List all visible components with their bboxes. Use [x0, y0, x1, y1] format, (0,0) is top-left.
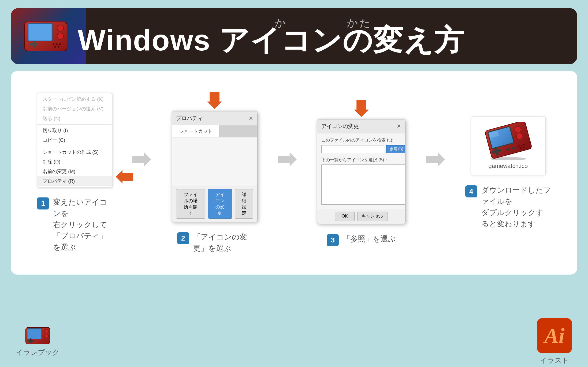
- svg-marker-17: [354, 100, 369, 117]
- context-menu: スタートにピン留めする (K) 以前のバージョンの復元 (V) 送る (N) 切…: [37, 93, 112, 187]
- menu-item-shortcut: ショートカットの作成 (S): [37, 147, 112, 157]
- step2-label: 2 「アイコンの変更」を選ぶ: [177, 231, 252, 254]
- menu-item-delete: 削除 (D): [37, 157, 112, 167]
- menu-item-send: 送る (N): [37, 114, 112, 123]
- icon-dialog-body: このファイル内のアイコンを検索 (L): 参照 (B)... 下の一覧からアイコ…: [317, 133, 405, 209]
- change-icon-btn[interactable]: アイコンの変更: [208, 189, 232, 219]
- svg-point-10: [59, 43, 61, 45]
- dialog-body: [172, 137, 257, 186]
- page-wrapper: か かた Windows アイコンの変え方 スタートにピン留めする (K) 以前…: [0, 0, 588, 367]
- step4-section: gamewatch.ico 4 ダウンロードしたファイルをダブルクリックすると変…: [465, 116, 551, 230]
- header-gameboy-icon: [19, 16, 72, 56]
- svg-point-4: [57, 25, 64, 31]
- advanced-btn[interactable]: 詳細設定: [235, 189, 253, 219]
- step1-number: 1: [37, 197, 49, 209]
- arrow-1-2: [132, 150, 151, 169]
- menu-item-copy: コピー (C): [37, 135, 112, 145]
- connector-arrow-svg-3: [426, 150, 445, 169]
- dialog-tabs: ショートカット: [172, 125, 257, 137]
- svg-point-9: [56, 43, 58, 45]
- step3-section: アイコンの変更 ✕ このファイル内のアイコンを検索 (L): 参照 (B)...…: [317, 100, 405, 246]
- icon-change-dialog: アイコンの変更 ✕ このファイル内のアイコンを検索 (L): 参照 (B)...…: [317, 119, 405, 224]
- search-row: 参照 (B)...: [321, 145, 405, 153]
- dialog-close-btn[interactable]: ✕: [249, 115, 253, 122]
- step2-down-arrow: [207, 92, 222, 109]
- icon-list-label: 下の一覧からアイコンを選択 (S)：: [321, 157, 405, 163]
- svg-marker-16: [278, 152, 297, 167]
- ruby-text: か かた: [275, 17, 569, 28]
- dialog-title: プロパティ: [176, 115, 203, 122]
- down-arrow-svg-3: [354, 100, 369, 117]
- menu-divider-1: [37, 124, 112, 125]
- svg-marker-15: [207, 92, 222, 109]
- dialog-footer: ファイルの場所を開く アイコンの変更 詳細設定: [172, 186, 257, 222]
- svg-point-8: [53, 43, 54, 45]
- svg-rect-3: [29, 24, 51, 40]
- step4-number: 4: [465, 185, 477, 197]
- main-title: Windows アイコンの変え方: [78, 24, 464, 57]
- bottom-gameboy-icon: [24, 326, 51, 345]
- step1-section: スタートにピン留めする (K) 以前のバージョンの復元 (V) 送る (N) 切…: [37, 93, 112, 253]
- browse-button[interactable]: 参照 (B)...: [386, 145, 405, 153]
- inactive-tab: [219, 125, 257, 137]
- step2-section: プロパティ ✕ ショートカット ファイルの場所を開く アイコンの変更 詳細設定 …: [172, 92, 258, 254]
- header-title: か かた Windows アイコンの変え方: [78, 17, 569, 55]
- ai-logo-text: Ai: [544, 325, 565, 346]
- properties-dialog: プロパティ ✕ ショートカット ファイルの場所を開く アイコンの変更 詳細設定: [172, 111, 258, 222]
- cancel-button[interactable]: キャンセル: [357, 212, 388, 221]
- step3-label: 3 「参照」を選ぶ: [327, 233, 396, 246]
- ai-logo: Ai: [537, 318, 572, 353]
- left-arrow-svg: [116, 170, 133, 184]
- step1-arrow: [116, 170, 133, 185]
- menu-divider-2: [37, 146, 112, 146]
- menu-item-properties: プロパティ (R): [37, 176, 112, 186]
- svg-rect-36: [27, 328, 42, 339]
- gameboy-3d-svg: [476, 122, 540, 160]
- step3-text: 「参照」を選ぶ: [343, 233, 396, 245]
- svg-point-12: [58, 46, 59, 48]
- step2-text: 「アイコンの変更」を選ぶ: [193, 231, 252, 254]
- file-result-box: gamewatch.ico: [471, 116, 546, 175]
- ok-button[interactable]: OK: [335, 212, 355, 221]
- svg-rect-7: [33, 41, 35, 48]
- svg-point-11: [54, 46, 56, 48]
- icon-dialog-title: アイコンの変更: [321, 123, 359, 130]
- icon-dialog-footer: OK キャンセル: [317, 209, 405, 224]
- brand-label: イラレブック: [16, 348, 59, 357]
- menu-item-cut: 切り取り (I): [37, 126, 112, 135]
- icon-list-box[interactable]: [321, 164, 405, 205]
- ai-sublabel: イラスト: [540, 356, 569, 365]
- icon-search-input[interactable]: [321, 145, 384, 153]
- step4-label: 4 ダウンロードしたファイルをダブルクリックすると変わります: [465, 185, 551, 230]
- dialog-titlebar: プロパティ ✕: [172, 111, 257, 125]
- svg-marker-18: [426, 152, 445, 167]
- bottom-right: Ai イラスト: [537, 318, 572, 365]
- open-location-btn[interactable]: ファイルの場所を開く: [176, 189, 206, 219]
- step3-number: 3: [327, 234, 339, 246]
- filename-label: gamewatch.ico: [488, 163, 528, 170]
- step1-text: 変えたいアイコンを右クリックして「プロパティ」を選ぶ: [53, 197, 112, 253]
- menu-item-pin: スタートにピン留めする (K): [37, 94, 112, 104]
- connector-arrow-svg-2: [278, 150, 297, 169]
- step1-label: 1 変えたいアイコンを右クリックして「プロパティ」を選ぶ: [37, 197, 112, 253]
- svg-point-37: [45, 329, 49, 333]
- search-label: このファイル内のアイコンを検索 (L):: [321, 137, 405, 143]
- main-content: スタートにピン留めする (K) 以前のバージョンの復元 (V) 送る (N) 切…: [11, 71, 577, 275]
- svg-marker-13: [116, 170, 133, 184]
- menu-item-rename: 名前の変更 (M): [37, 167, 112, 176]
- icon-dialog-titlebar: アイコンの変更 ✕: [317, 119, 405, 133]
- header-banner: か かた Windows アイコンの変え方: [11, 8, 577, 64]
- icon-dialog-close-btn[interactable]: ✕: [397, 123, 401, 129]
- bottom-left: イラレブック: [16, 326, 59, 357]
- bottom-section: イラレブック Ai イラスト: [0, 324, 588, 367]
- connector-arrow-svg: [132, 150, 151, 169]
- svg-rect-40: [30, 338, 32, 343]
- svg-marker-14: [132, 152, 151, 167]
- down-arrow-svg-2: [207, 92, 222, 109]
- arrow-2-3: [278, 150, 297, 169]
- shortcut-tab[interactable]: ショートカット: [172, 125, 219, 137]
- svg-point-5: [57, 33, 64, 39]
- icon-dialog-content: このファイル内のアイコンを検索 (L): 参照 (B)... 下の一覧からアイコ…: [321, 137, 405, 205]
- arrow-3-4: [426, 150, 445, 169]
- menu-item-restore: 以前のバージョンの復元 (V): [37, 104, 112, 114]
